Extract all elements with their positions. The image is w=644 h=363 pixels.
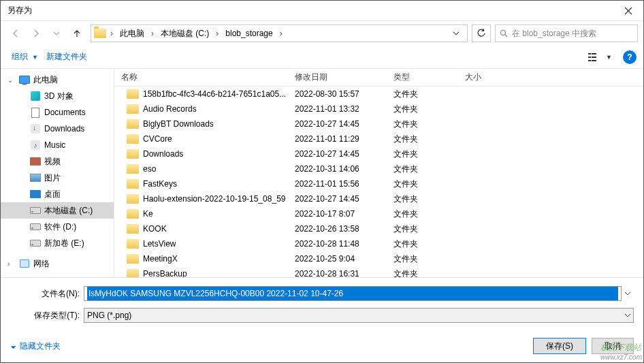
nav-arrows (6, 25, 86, 42)
folder-icon (127, 269, 139, 277)
sidebar-label: Music (44, 140, 65, 150)
file-date: 2022-10-26 13:58 (288, 224, 387, 234)
file-row[interactable]: Haolu-extension-2022-10-19-15_08_592022-… (114, 191, 643, 206)
save-button[interactable]: 保存(S) (533, 338, 586, 354)
search-placeholder: 在 blob_storage 中搜索 (512, 28, 596, 40)
expand-icon[interactable]: › (7, 260, 16, 268)
filetype-value: PNG (*.png) (87, 311, 131, 320)
file-name: Ke (143, 209, 153, 219)
file-date: 2022-11-01 11:29 (288, 134, 387, 144)
net-icon (18, 257, 31, 270)
footer: 🞃 隐藏文件夹 保存(S) 取消 (1, 332, 643, 362)
file-type: 文件夹 (387, 238, 458, 250)
column-date[interactable]: 修改日期 (288, 69, 387, 86)
file-row[interactable]: MeetingX2022-10-25 9:04文件夹 (114, 251, 643, 266)
file-type: 文件夹 (387, 163, 458, 175)
new-folder-button[interactable]: 新建文件夹 (42, 48, 91, 65)
folder-icon (127, 134, 139, 144)
close-button[interactable] (613, 1, 643, 21)
file-name: Audio Records (143, 104, 197, 114)
sidebar: ⌄此电脑3D 对象DocumentsDownloads♪Music视频图片桌面本… (1, 69, 114, 277)
file-row[interactable]: BiglyBT Downloads2022-10-27 14:45文件夹 (114, 116, 643, 131)
sidebar-item[interactable]: Documents (1, 104, 114, 121)
back-button[interactable] (6, 25, 25, 42)
filetype-combo[interactable]: PNG (*.png) (84, 308, 634, 323)
chevron-right-icon[interactable]: › (213, 29, 221, 38)
file-row[interactable]: Downloads2022-10-27 14:45文件夹 (114, 146, 643, 161)
disk-icon (29, 221, 42, 233)
sidebar-item[interactable]: ›网络 (1, 255, 114, 272)
file-type: 文件夹 (387, 89, 458, 100)
sidebar-item[interactable]: Downloads (1, 121, 114, 137)
disk-icon (29, 237, 42, 249)
up-button[interactable] (67, 25, 86, 42)
toolbar: 组织 ▼ 新建文件夹 ▼ ? (1, 46, 643, 69)
file-type: 文件夹 (387, 148, 458, 160)
file-row[interactable]: Ke2022-10-17 8:07文件夹 (114, 206, 643, 221)
breadcrumb-drive[interactable]: 本地磁盘 (C:) (158, 27, 212, 41)
chevron-right-icon[interactable]: › (277, 29, 285, 38)
help-button[interactable]: ? (623, 50, 637, 64)
chevron-right-icon[interactable]: › (148, 29, 157, 38)
sidebar-label: 桌面 (44, 189, 61, 200)
column-name[interactable]: 名称 (114, 69, 288, 86)
folder-icon (127, 209, 139, 219)
sidebar-item[interactable]: 桌面 (1, 186, 114, 202)
search-input[interactable]: 在 blob_storage 中搜索 (495, 25, 638, 42)
dl-icon (29, 123, 42, 135)
file-row[interactable]: LetsView2022-10-28 11:48文件夹 (114, 236, 643, 251)
folder-icon (94, 27, 106, 40)
svg-rect-6 (592, 60, 596, 61)
file-type: 文件夹 (387, 193, 458, 205)
file-date: 2022-10-25 9:04 (288, 254, 387, 264)
file-date: 2022-10-27 14:45 (288, 194, 387, 204)
breadcrumb-folder[interactable]: blob_storage (223, 27, 275, 40)
file-row[interactable]: eso2022-10-31 14:06文件夹 (114, 161, 643, 176)
sidebar-item[interactable]: ♪Music (1, 137, 114, 153)
filename-value[interactable] (87, 287, 618, 300)
file-row[interactable]: Audio Records2022-11-01 13:32文件夹 (114, 101, 643, 116)
file-row[interactable]: CVCore2022-11-01 11:29文件夹 (114, 131, 643, 146)
organize-dropdown-icon[interactable]: ▼ (32, 54, 42, 61)
svg-rect-3 (588, 57, 591, 58)
column-type[interactable]: 类型 (387, 69, 458, 86)
sidebar-item[interactable]: 本地磁盘 (C:) (1, 202, 114, 219)
breadcrumb-root[interactable]: 此电脑 (117, 27, 147, 41)
sidebar-item[interactable]: ⌄此电脑 (1, 72, 114, 88)
hide-folders-button[interactable]: 🞃 隐藏文件夹 (10, 341, 61, 352)
file-row[interactable]: PersBackup2022-10-28 16:31文件夹 (114, 266, 643, 277)
file-row[interactable]: 158b1fbc-4fc3-44c6-b214-7651c1a05...2022… (114, 86, 643, 101)
expand-icon[interactable]: ⌄ (7, 76, 16, 84)
address-bar[interactable]: › 此电脑 › 本地磁盘 (C:) › blob_storage › (91, 25, 468, 42)
svg-point-0 (501, 31, 506, 35)
sidebar-label: 新加卷 (E:) (44, 238, 84, 249)
sidebar-item[interactable]: 软件 (D:) (1, 219, 114, 235)
file-row[interactable]: FastKeys2022-11-01 15:56文件夹 (114, 176, 643, 191)
recent-button[interactable] (47, 25, 66, 42)
filename-dropdown[interactable] (622, 291, 634, 296)
cancel-button[interactable]: 取消 (592, 338, 634, 354)
refresh-button[interactable] (472, 25, 491, 42)
file-type: 文件夹 (387, 104, 458, 115)
filename-input[interactable] (84, 286, 622, 301)
chevron-right-icon[interactable]: › (108, 29, 116, 38)
folder-icon (127, 224, 139, 234)
search-icon (500, 29, 508, 37)
desk-icon (29, 188, 42, 200)
save-dialog: 另存为 › 此电脑 › 本地磁盘 (C:) › blob_storage › (0, 0, 644, 363)
forward-button[interactable] (27, 25, 46, 42)
folder-icon (127, 89, 139, 99)
sidebar-item[interactable]: 新加卷 (E:) (1, 235, 114, 251)
sidebar-item[interactable]: 视频 (1, 153, 114, 170)
file-name: BiglyBT Downloads (143, 119, 214, 129)
file-row[interactable]: KOOK2022-10-26 13:58文件夹 (114, 221, 643, 236)
column-size[interactable]: 大小 (458, 69, 643, 86)
view-options-button[interactable]: ▼ (583, 50, 617, 65)
address-dropdown[interactable] (448, 25, 464, 42)
sidebar-item[interactable]: 3D 对象 (1, 88, 114, 104)
sidebar-item[interactable]: 图片 (1, 170, 114, 186)
folder-icon (127, 239, 139, 249)
doc-icon (29, 106, 42, 119)
3d-icon (29, 90, 42, 102)
organize-button[interactable]: 组织 (7, 48, 32, 65)
